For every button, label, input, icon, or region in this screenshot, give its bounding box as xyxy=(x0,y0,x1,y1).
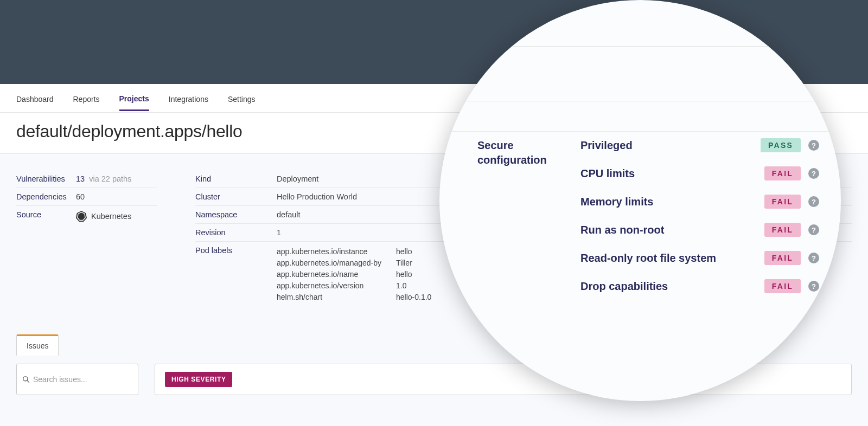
status-fail-badge: FAIL xyxy=(764,166,801,180)
vulnerabilities-suffix: via 22 paths xyxy=(89,175,131,183)
zoom-divider xyxy=(439,101,841,101)
pod-label-value: hello xyxy=(396,246,431,257)
vulnerabilities-count: 13 xyxy=(76,175,85,183)
nav-reports[interactable]: Reports xyxy=(73,86,100,111)
zoom-overlay: Secure configuration PrivilegedPASS?CPU … xyxy=(439,0,841,401)
config-check-label: CPU limits xyxy=(580,167,635,180)
kind-value: Deployment xyxy=(277,175,318,183)
search-input[interactable] xyxy=(33,375,132,384)
config-check-label: Memory limits xyxy=(580,196,653,208)
nav-integrations[interactable]: Integrations xyxy=(169,86,208,111)
help-icon[interactable]: ? xyxy=(808,253,819,263)
config-check-label: Run as non-root xyxy=(580,224,664,236)
status-fail-badge: FAIL xyxy=(764,279,801,293)
dependencies-label: Dependencies xyxy=(16,192,76,201)
meta-dependencies: Dependencies 60 xyxy=(16,188,157,206)
pod-labels-list: app.kubernetes.io/instance app.kubernete… xyxy=(277,246,431,303)
secure-config-row: Read-only root file systemFAIL? xyxy=(580,251,819,265)
cluster-value: Hello Production World xyxy=(277,192,357,201)
namespace-label: Namespace xyxy=(195,210,277,219)
pod-label-key: app.kubernetes.io/version xyxy=(277,280,396,292)
source-label: Source xyxy=(16,210,76,219)
cluster-label: Cluster xyxy=(195,192,277,201)
pod-labels-label: Pod labels xyxy=(195,246,277,255)
search-input-wrap[interactable] xyxy=(16,364,138,395)
help-icon[interactable]: ? xyxy=(808,224,819,235)
secure-config-row: Run as non-rootFAIL? xyxy=(580,223,819,237)
secure-config-row: Memory limitsFAIL? xyxy=(580,195,819,209)
zoom-divider xyxy=(439,131,841,132)
secure-config-title: Secure configuration xyxy=(477,138,580,307)
help-icon[interactable]: ? xyxy=(808,168,819,179)
revision-label: Revision xyxy=(195,228,277,237)
config-check-label: Read-only root file system xyxy=(580,252,716,264)
secure-config-row: CPU limitsFAIL? xyxy=(580,166,819,180)
svg-point-3 xyxy=(23,377,28,381)
pod-label-value: Tiller xyxy=(396,257,431,269)
secure-config-list: PrivilegedPASS?CPU limitsFAIL?Memory lim… xyxy=(580,138,819,307)
search-icon xyxy=(22,376,30,383)
pod-label-value: hello xyxy=(396,269,431,280)
svg-line-4 xyxy=(27,380,29,383)
pod-label-value: hello-0.1.0 xyxy=(396,292,431,303)
nav-projects[interactable]: Projects xyxy=(119,85,149,111)
tab-issues[interactable]: Issues xyxy=(16,334,59,356)
severity-badge: HIGH SEVERITY xyxy=(165,372,232,387)
pod-label-key: helm.sh/chart xyxy=(277,292,396,303)
dependencies-value: 60 xyxy=(76,192,85,201)
revision-value: 1 xyxy=(277,228,281,237)
status-fail-badge: FAIL xyxy=(764,251,801,265)
status-fail-badge: FAIL xyxy=(764,223,801,237)
pod-label-key: app.kubernetes.io/name xyxy=(277,269,396,280)
meta-left: Vulnerabilities 13 via 22 paths Dependen… xyxy=(16,170,157,307)
namespace-value: default xyxy=(277,210,301,219)
config-check-label: Privileged xyxy=(580,139,633,152)
pod-label-key: app.kubernetes.io/instance xyxy=(277,246,396,257)
kubernetes-icon xyxy=(76,210,87,222)
secure-config-row: Drop capabilitiesFAIL? xyxy=(580,279,819,293)
status-fail-badge: FAIL xyxy=(764,195,801,209)
pod-label-key: app.kubernetes.io/managed-by xyxy=(277,257,396,269)
nav-settings[interactable]: Settings xyxy=(228,86,256,111)
pod-label-value: 1.0 xyxy=(396,280,431,292)
config-check-label: Drop capabilities xyxy=(580,280,668,293)
nav-dashboard[interactable]: Dashboard xyxy=(16,86,54,111)
help-icon[interactable]: ? xyxy=(808,140,819,151)
meta-source: Source Kubernetes xyxy=(16,206,157,227)
status-pass-badge: PASS xyxy=(761,138,801,152)
help-icon[interactable]: ? xyxy=(808,281,819,292)
help-icon[interactable]: ? xyxy=(808,196,819,207)
vulnerabilities-label: Vulnerabilities xyxy=(16,175,76,183)
kind-label: Kind xyxy=(195,175,277,183)
meta-vulnerabilities: Vulnerabilities 13 via 22 paths xyxy=(16,170,157,188)
source-value: Kubernetes xyxy=(91,212,131,221)
secure-config-row: PrivilegedPASS? xyxy=(580,138,819,152)
